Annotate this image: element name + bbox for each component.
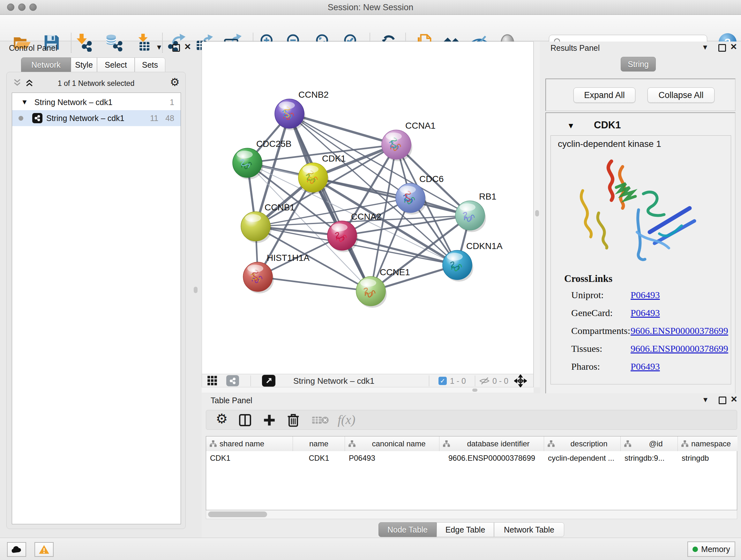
- birds-eye-view-button[interactable]: [262, 375, 275, 387]
- network-edge[interactable]: [313, 178, 470, 215]
- fit-content-button[interactable]: [514, 374, 527, 388]
- delete-table-icon: [312, 415, 329, 425]
- results-panel-menu-icon[interactable]: ▾: [703, 43, 707, 51]
- table-cell[interactable]: CDK1: [293, 451, 345, 465]
- network-node-CDC6[interactable]: CDC6: [396, 174, 444, 214]
- results-panel-title: Results Panel: [550, 44, 600, 53]
- crosslink-link[interactable]: P06493: [630, 307, 660, 318]
- crosslink-link[interactable]: P06493: [630, 361, 660, 372]
- table-cell[interactable]: 9606.ENSP00000378699: [440, 451, 544, 465]
- check-glyph: ✓: [440, 377, 446, 385]
- selected-checkbox-icon[interactable]: ✓: [439, 377, 447, 385]
- tab-node-table[interactable]: Node Table: [379, 522, 436, 537]
- column-header-description[interactable]: description: [544, 436, 621, 451]
- cell-value: CDK1: [309, 454, 329, 462]
- crosslink-link[interactable]: 9606.ENSP00000378699: [630, 343, 728, 354]
- column-header-database-identifier[interactable]: database identifier: [440, 436, 544, 451]
- table-settings-gear-icon[interactable]: ⚙: [216, 412, 228, 426]
- entry-expander-icon[interactable]: ▼: [567, 121, 575, 130]
- add-column-icon[interactable]: [262, 414, 276, 427]
- function-builder-icon: f(x): [338, 412, 355, 427]
- tab-label: String: [628, 60, 649, 69]
- cell-value: stringdb: [682, 454, 709, 462]
- network-node-CCNB2[interactable]: CCNB2: [275, 90, 329, 130]
- node-label: CCNB1: [265, 202, 295, 212]
- network-node-CCNB1[interactable]: CCNB1: [241, 202, 295, 243]
- column-header-id[interactable]: @id: [621, 436, 678, 451]
- collection-label: String Network – cdk1: [35, 98, 113, 107]
- network-node-CDKN1A[interactable]: CDKN1A: [443, 241, 502, 282]
- network-node-CCNA2[interactable]: CCNA2: [327, 212, 381, 252]
- tab-label: Network Table: [504, 525, 554, 535]
- window-title: Session: New Session: [0, 3, 741, 12]
- delete-column-icon[interactable]: [286, 413, 300, 428]
- table-panel-close-icon[interactable]: ×: [731, 395, 737, 402]
- column-label: canonical name: [372, 439, 425, 448]
- tab-style[interactable]: Style: [71, 57, 97, 72]
- horizontal-splitter-handle[interactable]: [472, 388, 477, 392]
- column-header-shared-name[interactable]: shared name: [206, 436, 293, 451]
- table-cell[interactable]: P06493: [345, 451, 440, 465]
- title-bar: Session: New Session: [0, 0, 741, 15]
- network-edge[interactable]: [289, 114, 396, 145]
- network-edge[interactable]: [258, 277, 371, 291]
- horizontal-splitter[interactable]: [202, 387, 534, 393]
- grid-view-button[interactable]: [206, 375, 218, 387]
- network-options-gear-icon[interactable]: ⚙: [170, 77, 180, 87]
- column-header-canonical-name[interactable]: canonical name: [345, 436, 440, 451]
- expand-all-button[interactable]: Expand All: [574, 87, 635, 103]
- collapse-all-button[interactable]: Collapse All: [648, 87, 715, 103]
- tab-sets[interactable]: Sets: [135, 57, 165, 72]
- selection-summary: 1 of 1 Network selected: [7, 79, 185, 88]
- collection-expander-icon[interactable]: ▼: [21, 98, 28, 106]
- table-hscrollbar[interactable]: [206, 510, 737, 519]
- right-splitter[interactable]: [534, 42, 540, 387]
- column-header-namespace[interactable]: namespace: [678, 436, 738, 451]
- control-panel-float-icon[interactable]: [172, 44, 180, 52]
- results-toolbar-box: Expand All Collapse All: [545, 78, 736, 111]
- cloud-status-button[interactable]: [7, 542, 26, 557]
- current-network-dot-icon: [18, 116, 23, 121]
- column-header-name[interactable]: name: [293, 436, 345, 451]
- results-panel-float-icon[interactable]: [718, 44, 726, 52]
- left-splitter-handle[interactable]: [194, 287, 198, 293]
- tab-select[interactable]: Select: [97, 57, 135, 72]
- warnings-button[interactable]: [35, 542, 54, 557]
- tab-string[interactable]: String: [621, 57, 656, 71]
- network-node-CCNA1[interactable]: CCNA1: [382, 121, 435, 161]
- cloud-icon: [11, 545, 22, 554]
- network-row[interactable]: String Network – cdk1 11 48: [12, 110, 181, 126]
- table-cell[interactable]: CDK1: [206, 451, 293, 465]
- control-panel-close-icon[interactable]: ×: [185, 43, 191, 50]
- column-tree-icon: [547, 440, 555, 448]
- table-cell[interactable]: cyclin-dependent ...: [544, 451, 621, 465]
- hidden-eye-slash-icon: [479, 377, 490, 385]
- table-panel-float-icon[interactable]: [719, 396, 726, 404]
- crosslink-link[interactable]: P06493: [630, 290, 660, 300]
- network-node-CCNE1[interactable]: CCNE1: [356, 267, 410, 308]
- results-panel-close-icon[interactable]: ×: [731, 43, 737, 50]
- tab-label: Style: [75, 60, 93, 70]
- crosslink-link[interactable]: 9606.ENSP00000378699: [630, 325, 728, 336]
- control-panel-menu-icon[interactable]: ▾: [157, 43, 161, 51]
- memory-button[interactable]: Memory: [687, 542, 735, 557]
- status-bar: Memory: [0, 538, 741, 560]
- table-cell[interactable]: stringdb:9...: [621, 451, 678, 465]
- right-splitter-handle[interactable]: [535, 210, 539, 216]
- crosslink-label: Compartments:: [571, 325, 630, 336]
- string-view-button[interactable]: [226, 375, 239, 386]
- table-cell[interactable]: stringdb: [678, 451, 738, 465]
- table-panel-menu-icon[interactable]: ▾: [703, 395, 708, 403]
- tab-edge-table[interactable]: Edge Table: [436, 522, 494, 537]
- show-columns-icon[interactable]: [238, 414, 252, 427]
- network-canvas[interactable]: CCNB2CCNA1CDC25BCDK1CDC6RB1CCNB1CCNA2CDK…: [202, 42, 533, 374]
- network-collection-row[interactable]: ▼ String Network – cdk1 1: [12, 95, 181, 110]
- table-hscrollbar-thumb[interactable]: [208, 511, 267, 517]
- tab-label: Sets: [142, 60, 158, 70]
- column-label: description: [570, 439, 607, 448]
- network-node-RB1[interactable]: RB1: [455, 192, 496, 232]
- network-node-HIST1H1A[interactable]: HIST1H1A: [243, 253, 310, 294]
- tab-network[interactable]: Network: [21, 57, 71, 72]
- network-list-container: 1 of 1 Network selected ⚙ ▼ String Netwo…: [6, 72, 186, 529]
- tab-network-table[interactable]: Network Table: [494, 522, 564, 537]
